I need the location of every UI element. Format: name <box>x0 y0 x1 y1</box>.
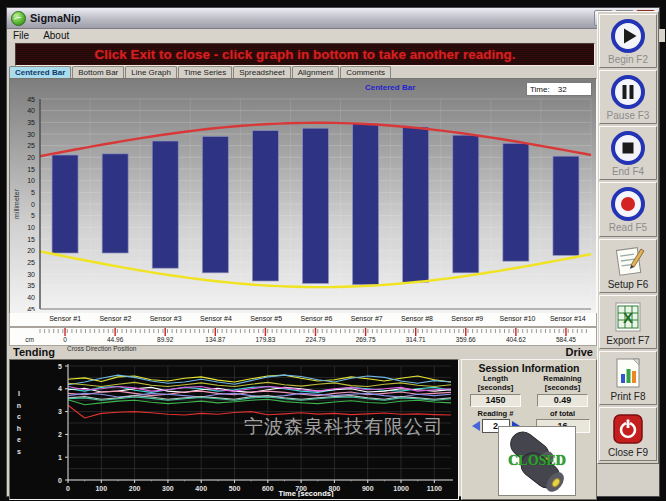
svg-text:269.75: 269.75 <box>356 336 376 343</box>
read-f5-button[interactable]: Read F5 <box>599 182 657 236</box>
svg-text:179.83: 179.83 <box>255 336 275 343</box>
svg-text:1000: 1000 <box>393 485 409 492</box>
power-icon <box>610 410 646 448</box>
pause-f3-button[interactable]: Pause F3 <box>599 70 657 124</box>
menu-about[interactable]: About <box>43 30 69 41</box>
svg-text:45: 45 <box>27 306 35 312</box>
sensor-label: Sensor #10 <box>492 313 542 326</box>
title-bar[interactable]: SigmaNip – ❐ ✕ <box>7 8 659 29</box>
svg-text:359.66: 359.66 <box>456 336 476 343</box>
sensor-label: Sensor #5 <box>241 313 291 326</box>
length-header: Length[seconds] <box>462 375 529 392</box>
begin-f2-button[interactable]: Begin F2 <box>599 14 657 68</box>
svg-text:5: 5 <box>31 189 35 196</box>
previous-reading-arrow[interactable] <box>472 421 480 431</box>
sensor-label: Sensor #6 <box>291 313 341 326</box>
svg-text:35: 35 <box>27 282 35 289</box>
session-info-panel: Session Information Length[seconds] 1450… <box>461 359 597 500</box>
reading-number-label: Reading # <box>462 409 529 418</box>
setup-f6-button[interactable]: Setup F6 <box>599 239 657 293</box>
remaining-header: Remaining[seconds] <box>529 375 596 392</box>
menu-file[interactable]: File <box>13 30 29 41</box>
svg-text:89.92: 89.92 <box>157 336 174 343</box>
svg-text:40: 40 <box>27 107 35 114</box>
svg-text:n: n <box>17 402 21 409</box>
position-ruler: 044.9689.92134.87179.83224.79269.75314.7… <box>9 327 597 346</box>
record-icon <box>610 185 646 223</box>
svg-text:20: 20 <box>27 247 35 254</box>
action-button-label: Setup F6 <box>608 279 649 290</box>
app-icon <box>11 11 26 26</box>
svg-text:2: 2 <box>58 431 62 438</box>
svg-text:X: X <box>623 309 633 326</box>
svg-text:Time [seconds]: Time [seconds] <box>279 489 334 497</box>
window-title: SigmaNip <box>30 12 81 24</box>
svg-text:200: 200 <box>129 485 141 492</box>
svg-text:224.79: 224.79 <box>306 336 326 343</box>
svg-text:404.62: 404.62 <box>506 336 526 343</box>
tab-spreadsheet[interactable]: Spreadsheet <box>233 66 290 78</box>
sensor-label: Sensor #9 <box>442 313 492 326</box>
sensor-label: Sensor #4 <box>191 313 241 326</box>
svg-text:900: 900 <box>362 485 374 492</box>
of-total-label: of total <box>529 409 596 418</box>
svg-text:1: 1 <box>58 454 62 461</box>
report-icon <box>610 354 646 392</box>
svg-text:40: 40 <box>27 294 35 301</box>
end-f4-button[interactable]: End F4 <box>599 126 657 180</box>
tab-comments[interactable]: Comments <box>340 66 391 78</box>
svg-text:1100: 1100 <box>427 485 442 492</box>
svg-text:3: 3 <box>58 408 62 415</box>
svg-text:4: 4 <box>58 385 62 392</box>
banner-text: Click Exit to close - click graph in bot… <box>95 47 516 62</box>
trend-graph[interactable]: 0123450100200300400500600700800900100011… <box>9 359 459 500</box>
tab-bottom-bar[interactable]: Bottom Bar <box>72 66 124 78</box>
remaining-value: 0.49 <box>537 394 588 407</box>
time-label: Time: <box>530 85 550 94</box>
app-window: SigmaNip – ❐ ✕ File About Click Exit to … <box>6 7 660 497</box>
sensor-label: Sensor #2 <box>90 313 140 326</box>
action-button-label: Close F9 <box>608 447 648 458</box>
action-button-label: Pause F3 <box>607 110 650 121</box>
sensor-label-strip: Sensor #1Sensor #2Sensor #3Sensor #4Sens… <box>9 313 597 327</box>
excel-icon: X <box>610 298 646 336</box>
svg-text:5: 5 <box>58 363 62 370</box>
stop-icon <box>610 129 646 167</box>
svg-text:0: 0 <box>58 477 62 484</box>
sensor-label: Sensor #1 <box>40 313 90 326</box>
button-panel: Begin F2Pause F3End F4Read F5Setup F6XEx… <box>597 11 659 464</box>
nip-status-text: CLOSED <box>499 453 575 469</box>
svg-text:134.87: 134.87 <box>205 336 225 343</box>
svg-text:35: 35 <box>27 119 35 126</box>
svg-text:25: 25 <box>27 259 35 266</box>
close-f9-button[interactable]: Close F9 <box>599 407 657 461</box>
tab-alignment[interactable]: Alignment <box>292 66 340 78</box>
session-info-title: Session Information <box>462 362 596 374</box>
nip-status-image: CLOSED <box>498 426 576 496</box>
tab-time-series[interactable]: Time Series <box>178 66 232 78</box>
svg-text:100: 100 <box>95 485 107 492</box>
centered-bar-chart: 45403530252015105051015202530354045milli… <box>10 79 596 311</box>
svg-text:c: c <box>17 413 21 420</box>
svg-text:400: 400 <box>195 485 207 492</box>
screenshot-root: { "window": { "title": "SigmaNip", "menu… <box>0 0 666 501</box>
time-value: 32 <box>558 85 567 94</box>
svg-text:600: 600 <box>262 485 274 492</box>
svg-text:10: 10 <box>27 177 35 184</box>
tab-strip: Centered BarBottom BarLine GraphTime Ser… <box>9 65 392 78</box>
orientation-strip: Tending Cross Direction Position Drive <box>9 345 595 359</box>
tab-line-graph[interactable]: Line Graph <box>125 66 177 78</box>
svg-text:30: 30 <box>27 131 35 138</box>
svg-text:500: 500 <box>229 485 241 492</box>
tab-centered-bar[interactable]: Centered Bar <box>9 66 71 78</box>
svg-text:25: 25 <box>27 142 35 149</box>
action-button-label: End F4 <box>612 166 644 177</box>
svg-text:20: 20 <box>27 154 35 161</box>
message-banner: Click Exit to close - click graph in bot… <box>15 43 595 66</box>
export-f7-button[interactable]: XExport F7 <box>599 295 657 349</box>
svg-text:e: e <box>17 436 21 443</box>
print-f8-button[interactable]: Print F8 <box>599 351 657 405</box>
svg-text:15: 15 <box>27 166 35 173</box>
sensor-label: Sensor #8 <box>392 313 442 326</box>
tending-label: Tending <box>13 346 55 358</box>
